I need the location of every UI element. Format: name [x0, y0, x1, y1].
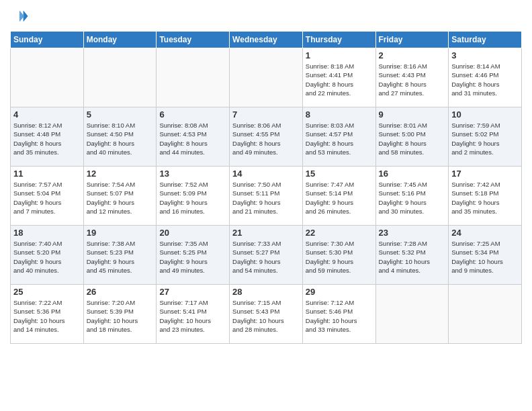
calendar-cell: 12Sunrise: 7:54 AM Sunset: 5:07 PM Dayli…: [83, 167, 157, 226]
calendar-cell: 9Sunrise: 8:01 AM Sunset: 5:00 PM Daylig…: [375, 107, 449, 167]
calendar-cell: 27Sunrise: 7:17 AM Sunset: 5:41 PM Dayli…: [157, 285, 230, 344]
day-info: Sunrise: 7:30 AM Sunset: 5:30 PM Dayligh…: [306, 239, 373, 275]
day-number: 16: [379, 169, 446, 179]
day-info: Sunrise: 7:22 AM Sunset: 5:36 PM Dayligh…: [13, 298, 81, 334]
calendar-cell: 5Sunrise: 8:10 AM Sunset: 4:50 PM Daylig…: [83, 107, 157, 167]
calendar-cell: 21Sunrise: 7:33 AM Sunset: 5:27 PM Dayli…: [230, 226, 303, 285]
calendar-week-row: 25Sunrise: 7:22 AM Sunset: 5:36 PM Dayli…: [11, 285, 522, 344]
calendar-cell: [11, 48, 84, 107]
day-number: 22: [306, 228, 373, 238]
calendar-week-row: 4Sunrise: 8:12 AM Sunset: 4:48 PM Daylig…: [11, 107, 522, 167]
calendar-cell: 24Sunrise: 7:25 AM Sunset: 5:34 PM Dayli…: [449, 226, 522, 285]
day-number: 11: [13, 169, 81, 179]
day-info: Sunrise: 7:40 AM Sunset: 5:20 PM Dayligh…: [13, 239, 81, 275]
day-number: 2: [379, 50, 446, 60]
calendar-cell: 10Sunrise: 7:59 AM Sunset: 5:02 PM Dayli…: [449, 107, 522, 167]
day-info: Sunrise: 7:59 AM Sunset: 5:02 PM Dayligh…: [451, 121, 519, 156]
day-info: Sunrise: 7:38 AM Sunset: 5:23 PM Dayligh…: [87, 239, 154, 275]
day-number: 20: [159, 228, 226, 238]
weekday-header-friday: Friday: [375, 32, 449, 48]
day-info: Sunrise: 8:16 AM Sunset: 4:43 PM Dayligh…: [379, 62, 446, 97]
day-number: 15: [306, 169, 373, 179]
day-number: 26: [87, 287, 154, 297]
day-number: 23: [379, 228, 446, 238]
calendar-cell: 23Sunrise: 7:28 AM Sunset: 5:32 PM Dayli…: [375, 226, 449, 285]
day-number: 18: [13, 228, 81, 238]
day-info: Sunrise: 7:28 AM Sunset: 5:32 PM Dayligh…: [379, 239, 446, 275]
day-number: 3: [451, 50, 519, 60]
day-number: 19: [87, 228, 154, 238]
weekday-header-monday: Monday: [83, 32, 157, 48]
calendar-cell: [83, 48, 157, 107]
day-info: Sunrise: 8:10 AM Sunset: 4:50 PM Dayligh…: [87, 121, 154, 156]
day-info: Sunrise: 7:20 AM Sunset: 5:39 PM Dayligh…: [87, 298, 154, 334]
calendar-cell: 13Sunrise: 7:52 AM Sunset: 5:09 PM Dayli…: [157, 167, 230, 226]
calendar-cell: 20Sunrise: 7:35 AM Sunset: 5:25 PM Dayli…: [157, 226, 230, 285]
day-info: Sunrise: 8:03 AM Sunset: 4:57 PM Dayligh…: [306, 121, 373, 156]
day-info: Sunrise: 8:12 AM Sunset: 4:48 PM Dayligh…: [13, 121, 81, 156]
day-info: Sunrise: 7:15 AM Sunset: 5:43 PM Dayligh…: [232, 298, 300, 334]
calendar-cell: 25Sunrise: 7:22 AM Sunset: 5:36 PM Dayli…: [11, 285, 84, 344]
day-number: 24: [451, 228, 519, 238]
day-number: 4: [13, 109, 81, 120]
day-info: Sunrise: 7:42 AM Sunset: 5:18 PM Dayligh…: [451, 180, 519, 216]
calendar-cell: 28Sunrise: 7:15 AM Sunset: 5:43 PM Dayli…: [230, 285, 303, 344]
calendar-cell: 22Sunrise: 7:30 AM Sunset: 5:30 PM Dayli…: [302, 226, 375, 285]
day-number: 28: [232, 287, 300, 297]
calendar-cell: 11Sunrise: 7:57 AM Sunset: 5:04 PM Dayli…: [11, 167, 84, 226]
day-info: Sunrise: 8:08 AM Sunset: 4:53 PM Dayligh…: [159, 121, 226, 156]
day-info: Sunrise: 8:06 AM Sunset: 4:55 PM Dayligh…: [232, 121, 300, 156]
day-info: Sunrise: 8:18 AM Sunset: 4:41 PM Dayligh…: [306, 62, 373, 97]
day-info: Sunrise: 7:35 AM Sunset: 5:25 PM Dayligh…: [159, 239, 226, 275]
calendar-cell: 26Sunrise: 7:20 AM Sunset: 5:39 PM Dayli…: [83, 285, 157, 344]
day-number: 13: [159, 169, 226, 179]
day-info: Sunrise: 7:50 AM Sunset: 5:11 PM Dayligh…: [232, 180, 300, 216]
day-number: 21: [232, 228, 300, 238]
day-number: 8: [306, 109, 373, 120]
day-number: 9: [379, 109, 446, 120]
calendar-cell: 4Sunrise: 8:12 AM Sunset: 4:48 PM Daylig…: [11, 107, 84, 167]
day-number: 14: [232, 169, 300, 179]
day-number: 1: [306, 50, 373, 60]
day-number: 12: [87, 169, 154, 179]
calendar-cell: 19Sunrise: 7:38 AM Sunset: 5:23 PM Dayli…: [83, 226, 157, 285]
calendar-cell: 18Sunrise: 7:40 AM Sunset: 5:20 PM Dayli…: [11, 226, 84, 285]
day-info: Sunrise: 7:54 AM Sunset: 5:07 PM Dayligh…: [87, 180, 154, 216]
day-info: Sunrise: 8:14 AM Sunset: 4:46 PM Dayligh…: [451, 62, 519, 97]
weekday-header-row: SundayMondayTuesdayWednesdayThursdayFrid…: [11, 32, 522, 48]
day-number: 7: [232, 109, 300, 120]
day-info: Sunrise: 7:52 AM Sunset: 5:09 PM Dayligh…: [159, 180, 226, 216]
day-number: 29: [306, 287, 373, 297]
calendar-cell: 16Sunrise: 7:45 AM Sunset: 5:16 PM Dayli…: [375, 167, 449, 226]
day-number: 25: [13, 287, 81, 297]
weekday-header-thursday: Thursday: [302, 32, 375, 48]
calendar-cell: 6Sunrise: 8:08 AM Sunset: 4:53 PM Daylig…: [157, 107, 230, 167]
day-number: 17: [451, 169, 519, 179]
day-number: 5: [87, 109, 154, 120]
calendar-cell: [375, 285, 449, 344]
day-info: Sunrise: 7:17 AM Sunset: 5:41 PM Dayligh…: [159, 298, 226, 334]
day-info: Sunrise: 7:57 AM Sunset: 5:04 PM Dayligh…: [13, 180, 81, 216]
calendar-cell: [157, 48, 230, 107]
day-info: Sunrise: 7:12 AM Sunset: 5:46 PM Dayligh…: [306, 298, 373, 334]
logo-icon: [10, 7, 29, 26]
day-number: 10: [451, 109, 519, 120]
calendar: SundayMondayTuesdayWednesdayThursdayFrid…: [10, 31, 522, 344]
calendar-cell: 7Sunrise: 8:06 AM Sunset: 4:55 PM Daylig…: [230, 107, 303, 167]
calendar-cell: 29Sunrise: 7:12 AM Sunset: 5:46 PM Dayli…: [302, 285, 375, 344]
day-info: Sunrise: 7:25 AM Sunset: 5:34 PM Dayligh…: [451, 239, 519, 275]
calendar-cell: 14Sunrise: 7:50 AM Sunset: 5:11 PM Dayli…: [230, 167, 303, 226]
page: SundayMondayTuesdayWednesdayThursdayFrid…: [0, 0, 532, 411]
day-info: Sunrise: 8:01 AM Sunset: 5:00 PM Dayligh…: [379, 121, 446, 156]
calendar-cell: 2Sunrise: 8:16 AM Sunset: 4:43 PM Daylig…: [375, 48, 449, 107]
calendar-cell: [230, 48, 303, 107]
calendar-week-row: 11Sunrise: 7:57 AM Sunset: 5:04 PM Dayli…: [11, 167, 522, 226]
calendar-cell: 17Sunrise: 7:42 AM Sunset: 5:18 PM Dayli…: [449, 167, 522, 226]
calendar-cell: 1Sunrise: 8:18 AM Sunset: 4:41 PM Daylig…: [302, 48, 375, 107]
weekday-header-tuesday: Tuesday: [157, 32, 230, 48]
logo: [10, 7, 32, 26]
header: [10, 7, 522, 26]
day-info: Sunrise: 7:47 AM Sunset: 5:14 PM Dayligh…: [306, 180, 373, 216]
weekday-header-saturday: Saturday: [449, 32, 522, 48]
calendar-cell: [449, 285, 522, 344]
